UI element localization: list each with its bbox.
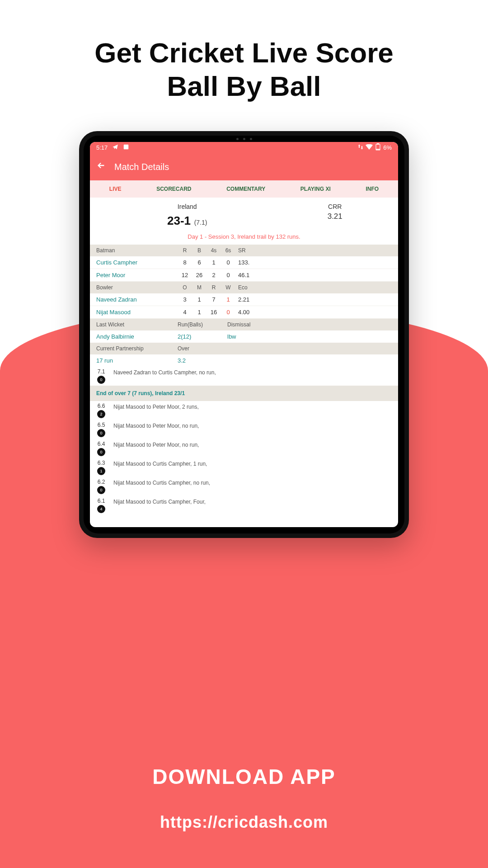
ball-item: 6.4 0 Nijat Masood to Peter Moor, no run… xyxy=(90,439,398,458)
data-icon xyxy=(358,144,363,151)
battery-percent: 6% xyxy=(383,144,392,151)
bowler-name: Nijat Masood xyxy=(96,309,178,316)
batsman-row[interactable]: Curtis Campher 8 6 1 0 133. xyxy=(90,256,398,269)
last-wicket-name: Andy Balbirnie xyxy=(96,333,178,340)
image-icon xyxy=(123,144,129,151)
crr-label: CRR xyxy=(278,203,392,210)
team-name: Ireland xyxy=(96,203,278,210)
over-end-summary: End of over 7 (7 runs), Ireland 23/1 xyxy=(90,386,398,401)
match-status: Day 1 - Session 3, Ireland trail by 132 … xyxy=(90,231,398,245)
partnership-row: 17 run 3.2 xyxy=(90,354,398,367)
tab-live[interactable]: LIVE xyxy=(109,186,122,192)
back-arrow-icon[interactable] xyxy=(96,160,106,173)
batsmen-header: Batman R B 4s 6s SR xyxy=(90,245,398,256)
score-overs: (7.1) xyxy=(194,219,207,226)
app-header: Match Details xyxy=(90,153,398,180)
tabs-bar: LIVE SCORECARD COMMENTARY PLAYING XI INF… xyxy=(90,180,398,198)
ball-item: 7.1 0 Naveed Zadran to Curtis Campher, n… xyxy=(90,367,398,386)
tab-scorecard[interactable]: SCORECARD xyxy=(156,186,191,192)
tab-info[interactable]: INFO xyxy=(366,186,379,192)
tablet-frame: 5:17 xyxy=(79,131,409,538)
ball-item: 6.3 1 Nijat Masood to Curtis Campher, 1 … xyxy=(90,458,398,477)
bowler-name: Naveed Zadran xyxy=(96,296,178,303)
partnership-header: Current Partnership Over xyxy=(90,343,398,354)
svg-rect-0 xyxy=(124,145,129,150)
website-link[interactable]: https://cricdash.com xyxy=(0,813,488,832)
ball-over: 7.1 xyxy=(98,368,105,375)
battery-icon xyxy=(375,143,380,152)
camera-bar xyxy=(224,137,264,141)
download-cta: DOWNLOAD APP xyxy=(0,764,488,789)
ball-item: 6.1 4 Nijat Masood to Curtis Campher, Fo… xyxy=(90,496,398,515)
svg-rect-2 xyxy=(377,143,379,144)
score-summary: Ireland 23-1 (7.1) CRR 3.21 xyxy=(90,198,398,231)
bowlers-header: Bowler O M R W Eco xyxy=(90,282,398,293)
score-runs-wickets: 23-1 xyxy=(167,214,191,227)
app-screen: 5:17 xyxy=(90,142,398,527)
last-wicket-row[interactable]: Andy Balbirnie 2(12) lbw xyxy=(90,330,398,343)
telegram-icon xyxy=(112,144,118,151)
status-time: 5:17 xyxy=(96,144,108,151)
ball-item: 6.5 0 Nijat Masood to Peter Moor, no run… xyxy=(90,420,398,439)
ball-badge: 0 xyxy=(97,376,105,384)
ball-item: 6.6 2 Nijat Masood to Peter Moor, 2 runs… xyxy=(90,401,398,420)
batsman-row[interactable]: Peter Moor 12 26 2 0 46.1 xyxy=(90,269,398,282)
crr-value: 3.21 xyxy=(278,212,392,221)
page-title: Match Details xyxy=(114,162,169,172)
last-wicket-header: Last Wicket Run(Balls) Dismissal xyxy=(90,319,398,330)
svg-rect-3 xyxy=(376,149,380,150)
tab-commentary[interactable]: COMMENTARY xyxy=(226,186,265,192)
bowler-row[interactable]: Nijat Masood 4 1 16 0 4.00 xyxy=(90,306,398,319)
tab-playing-xi[interactable]: PLAYING XI xyxy=(300,186,331,192)
commentary-list[interactable]: 7.1 0 Naveed Zadran to Curtis Campher, n… xyxy=(90,367,398,527)
batsman-name: Curtis Campher xyxy=(96,259,178,266)
promo-title: Get Cricket Live Score Ball By Ball xyxy=(0,0,488,113)
bowler-row[interactable]: Naveed Zadran 3 1 7 1 2.21 xyxy=(90,293,398,306)
wifi-icon xyxy=(366,144,373,151)
ball-text: Naveed Zadran to Curtis Campher, no run, xyxy=(113,368,394,376)
ball-item: 6.2 0 Nijat Masood to Curtis Campher, no… xyxy=(90,477,398,496)
batsman-name: Peter Moor xyxy=(96,272,178,278)
status-bar: 5:17 xyxy=(90,142,398,153)
